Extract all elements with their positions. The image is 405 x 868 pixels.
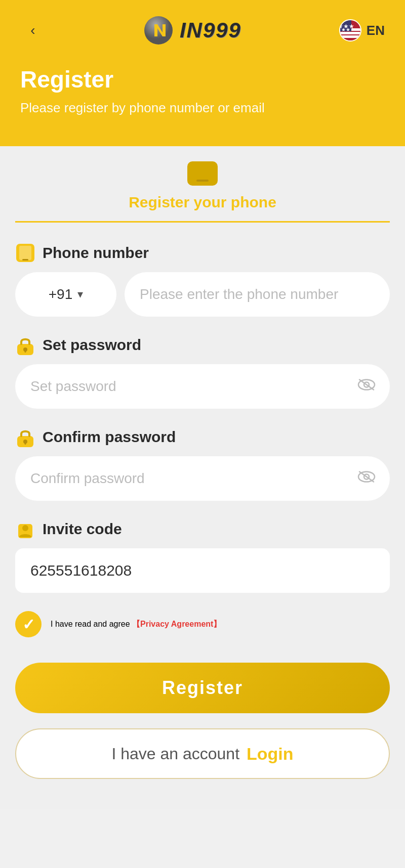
phone-label: Phone number <box>15 243 390 263</box>
invite-code-label-text: Invite code <box>43 520 122 538</box>
logo-icon <box>143 15 174 46</box>
page-title: Register <box>20 66 385 93</box>
set-password-label-text: Set password <box>43 336 141 354</box>
country-code-selector[interactable]: +91 ▾ <box>15 272 116 317</box>
svg-point-25 <box>22 525 28 531</box>
confirm-password-input[interactable] <box>15 456 390 501</box>
agreement-checkbox[interactable]: ✓ <box>15 611 42 637</box>
login-link[interactable]: Login <box>247 744 294 764</box>
header-section: ‹ IN999 <box>0 0 405 146</box>
svg-rect-14 <box>25 350 26 353</box>
svg-rect-11 <box>22 259 28 261</box>
agreement-text: I have read and agree 【Privacy Agreement… <box>51 619 221 630</box>
page-subtitle: Please register by phone number or email <box>20 100 385 116</box>
confirm-lock-icon <box>15 427 35 447</box>
svg-rect-20 <box>25 442 26 445</box>
phone-icon <box>15 243 35 263</box>
login-prefix-text: I have an account <box>111 745 239 763</box>
phone-tab-icon <box>187 161 218 186</box>
phone-section: Phone number +91 ▾ <box>15 243 390 317</box>
register-tab[interactable]: Register your phone <box>15 146 390 223</box>
header-nav: ‹ IN999 <box>20 15 385 46</box>
phone-label-text: Phone number <box>43 244 149 262</box>
country-code-value: +91 <box>49 286 73 302</box>
main-content: Register your phone Phone number +91 ▾ <box>0 146 405 809</box>
chevron-down-icon: ▾ <box>77 288 83 301</box>
confirm-password-label: Confirm password <box>15 427 390 447</box>
svg-rect-10 <box>19 246 31 260</box>
checkmark-icon: ✓ <box>22 616 35 633</box>
language-label: EN <box>367 23 385 38</box>
svg-rect-4 <box>340 35 361 38</box>
svg-text:★★: ★★ <box>341 27 350 32</box>
set-password-label: Set password <box>15 335 390 355</box>
agreement-static-text: I have read and agree <box>51 620 130 628</box>
flag-icon: ★★★ ★★ <box>339 19 361 41</box>
invite-code-section: Invite code <box>15 519 390 593</box>
set-password-section: Set password <box>15 335 390 409</box>
logo-text: IN999 <box>180 18 241 42</box>
logo-area: IN999 <box>143 15 241 46</box>
confirm-password-label-text: Confirm password <box>43 428 176 446</box>
tab-label: Register your phone <box>129 194 276 211</box>
set-password-input[interactable] <box>15 364 390 409</box>
svg-point-0 <box>144 16 173 45</box>
set-password-field <box>15 364 390 409</box>
phone-row: +91 ▾ <box>15 272 390 317</box>
phone-input[interactable] <box>125 272 390 317</box>
confirm-password-field <box>15 456 390 501</box>
back-button[interactable]: ‹ <box>20 18 46 43</box>
confirm-password-eye-toggle[interactable] <box>357 470 376 488</box>
confirm-password-section: Confirm password <box>15 427 390 501</box>
agreement-row: ✓ I have read and agree 【Privacy Agreeme… <box>15 611 390 637</box>
password-eye-toggle[interactable] <box>357 378 376 396</box>
login-button[interactable]: I have an account Login <box>15 728 390 779</box>
lock-icon <box>15 335 35 355</box>
language-button[interactable]: ★★★ ★★ EN <box>339 19 385 41</box>
register-button[interactable]: Register <box>15 663 390 713</box>
invite-code-input[interactable] <box>15 548 390 593</box>
invite-code-label: Invite code <box>15 519 390 539</box>
invite-icon <box>15 519 35 539</box>
privacy-agreement-link[interactable]: 【Privacy Agreement】 <box>132 620 221 628</box>
